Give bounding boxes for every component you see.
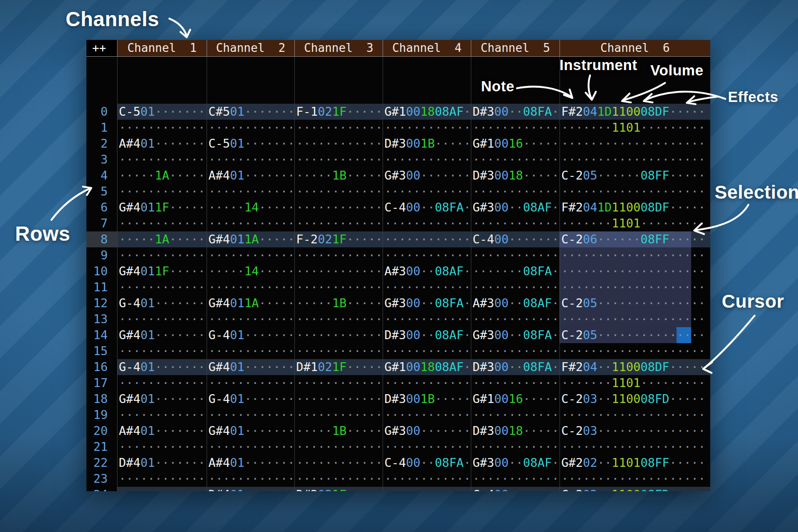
pattern-cell[interactable]: ···················· <box>559 439 710 455</box>
pattern-cell[interactable]: C-205··············· <box>559 327 710 343</box>
pattern-cell[interactable]: ············ <box>383 279 471 295</box>
pattern-cell[interactable]: ············ <box>294 407 383 423</box>
pattern-cell[interactable]: A#401······· <box>207 168 294 184</box>
pattern-cell[interactable]: ············ <box>207 375 294 391</box>
pattern-cell[interactable]: D#3001B····· <box>383 136 471 152</box>
pattern-cell[interactable]: ············ <box>207 120 294 136</box>
pattern-cell[interactable]: ············ <box>383 439 471 455</box>
pattern-cell[interactable]: ············ <box>117 471 207 487</box>
pattern-cell[interactable]: G#10016····· <box>471 136 559 152</box>
pattern-cell[interactable]: ············ <box>294 247 383 263</box>
pattern-cell[interactable]: D#300··08FA· <box>471 104 559 120</box>
pattern-cell[interactable]: ···················· <box>559 471 710 487</box>
pattern-cell[interactable]: ············ <box>383 487 471 491</box>
pattern-cell[interactable]: ············ <box>207 407 294 423</box>
channel-header-2[interactable]: Channel 2 <box>207 40 294 56</box>
pattern-cell[interactable]: ············ <box>471 311 559 327</box>
pattern-cell[interactable]: ············ <box>383 215 471 231</box>
pattern-cell[interactable]: C-400··08FA· <box>383 455 471 471</box>
pattern-cell[interactable]: ············ <box>471 343 559 359</box>
pattern-cell[interactable]: G#4011A····· <box>207 231 294 247</box>
pattern-cell[interactable]: ···················· <box>559 343 710 359</box>
pattern-cell[interactable]: ············ <box>294 391 383 407</box>
pattern-cell[interactable]: G#300··08AF· <box>471 455 559 471</box>
pattern-cell[interactable]: ···················· <box>559 407 710 423</box>
pattern-cell[interactable]: G#1001808AF· <box>383 104 471 120</box>
pattern-cell[interactable]: ············ <box>207 184 294 200</box>
pattern-cell[interactable]: ············ <box>207 215 294 231</box>
pattern-cell[interactable]: ···················· <box>559 263 710 279</box>
pattern-cell[interactable]: ············ <box>383 407 471 423</box>
pattern-cell[interactable]: ············ <box>471 407 559 423</box>
pattern-cell[interactable]: ············ <box>294 136 383 152</box>
pattern-cell[interactable]: ·······08FA· <box>471 263 559 279</box>
channel-header-3[interactable]: Channel 3 <box>294 40 383 56</box>
pattern-cell[interactable]: G#300··08FA· <box>383 295 471 311</box>
pattern-cell[interactable]: F#2041D110008DF····· <box>559 200 710 215</box>
pattern-cell[interactable]: G#300······· <box>383 168 471 184</box>
pattern-cell[interactable]: ············ <box>471 120 559 136</box>
pattern-cell[interactable]: D#401······· <box>117 455 207 471</box>
pattern-cell[interactable]: A#300··08AF· <box>383 263 471 279</box>
pattern-cell[interactable]: C-501······· <box>117 104 207 120</box>
pattern-cell[interactable]: ············ <box>117 487 207 491</box>
pattern-cell[interactable]: ············ <box>294 327 383 343</box>
pattern-cell[interactable]: ·····1B····· <box>294 423 383 439</box>
pattern-cell[interactable]: C-203··110008FD····· <box>559 391 710 407</box>
pattern-cell[interactable]: G#300··08AF· <box>471 200 559 215</box>
pattern-cell[interactable]: D#300··08AF· <box>383 327 471 343</box>
pattern-cell[interactable]: ············ <box>471 375 559 391</box>
pattern-cell[interactable]: A#401······· <box>117 423 207 439</box>
channel-header-1[interactable]: Channel 1 <box>117 40 207 56</box>
pattern-cell[interactable]: D#30018····· <box>471 423 559 439</box>
pattern-cell[interactable]: ············ <box>294 375 383 391</box>
pattern-cell[interactable]: ·····14····· <box>207 263 294 279</box>
pattern-cell[interactable]: F-1021F····· <box>294 104 383 120</box>
pattern-cell[interactable]: ············ <box>383 343 471 359</box>
pattern-cell[interactable]: ············ <box>471 152 559 168</box>
pattern-cell[interactable]: ············ <box>471 279 559 295</box>
pattern-cell[interactable]: ············ <box>294 311 383 327</box>
pattern-cell[interactable]: G-401······· <box>207 327 294 343</box>
pattern-cell[interactable]: ············ <box>207 279 294 295</box>
pattern-cell[interactable]: ············ <box>294 455 383 471</box>
pattern-cell[interactable]: G#4011F····· <box>117 263 207 279</box>
pattern-cell[interactable]: ············ <box>117 184 207 200</box>
pattern-cell[interactable]: G-401······· <box>207 391 294 407</box>
pattern-cell[interactable]: ·······1101········· <box>559 120 710 136</box>
pattern-cell[interactable]: F#204··110008DF····· <box>559 359 710 375</box>
pattern-cell[interactable]: ············ <box>383 120 471 136</box>
pattern-cell[interactable]: ············ <box>471 215 559 231</box>
pattern-cell[interactable]: ············ <box>117 407 207 423</box>
pattern-cell[interactable]: ············ <box>294 471 383 487</box>
pattern-cell[interactable]: ············ <box>294 184 383 200</box>
channel-header-6[interactable]: Channel 6 <box>559 40 710 56</box>
pattern-cell[interactable]: ············ <box>207 311 294 327</box>
pattern-cell[interactable]: C-303··110008FD····· <box>559 487 710 491</box>
pattern-cell[interactable]: C-400··08FA· <box>383 200 471 215</box>
pattern-cell[interactable]: G-401······· <box>117 295 207 311</box>
pattern-cell[interactable]: ············ <box>383 247 471 263</box>
pattern-cell[interactable]: D#3001B····· <box>383 391 471 407</box>
pattern-cell[interactable]: G#10016····· <box>471 391 559 407</box>
pattern-cell[interactable]: ···················· <box>559 279 710 295</box>
pattern-cell[interactable]: G#401······· <box>207 359 294 375</box>
pattern-cell[interactable]: ············ <box>383 231 471 247</box>
pattern-cell[interactable]: ···················· <box>559 152 710 168</box>
pattern-cell[interactable]: ···················· <box>559 184 710 200</box>
pattern-cell[interactable]: G-401······· <box>117 359 207 375</box>
pattern-cell[interactable]: ···················· <box>559 311 710 327</box>
pattern-cell[interactable]: A#401······· <box>207 455 294 471</box>
pattern-cell[interactable]: D#401······· <box>207 487 294 491</box>
pattern-cell[interactable]: G#401······· <box>207 423 294 439</box>
pattern-cell[interactable]: ············ <box>383 184 471 200</box>
pattern-cell[interactable]: ············ <box>207 439 294 455</box>
pattern-cell[interactable]: C-206······08FF····· <box>559 231 710 247</box>
pattern-cell[interactable]: ·····1B····· <box>294 168 383 184</box>
pattern-cell[interactable]: G#300······· <box>383 423 471 439</box>
pattern-cell[interactable]: C-205··············· <box>559 295 710 311</box>
pattern-cell[interactable]: G#4011A····· <box>207 295 294 311</box>
pattern-cell[interactable]: D#300··08FA· <box>471 359 559 375</box>
pattern-cell[interactable]: ············ <box>117 343 207 359</box>
pattern-cell[interactable]: ············ <box>207 471 294 487</box>
